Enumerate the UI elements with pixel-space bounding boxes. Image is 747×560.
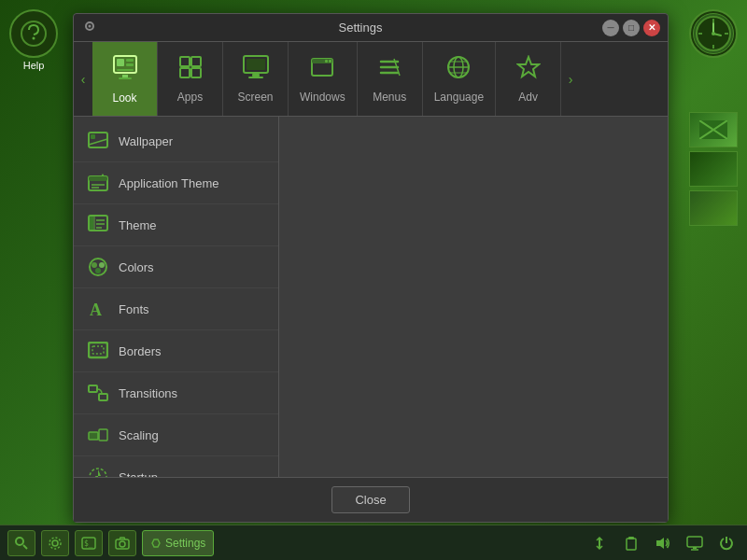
svg-line-70 (23, 545, 27, 549)
svg-line-46 (89, 139, 107, 145)
colors-label: Colors (119, 260, 154, 274)
help-icon[interactable]: Help (9, 9, 58, 71)
borders-label: Borders (119, 344, 162, 358)
minimize-button[interactable]: ─ (602, 20, 619, 36)
language-tab-label: Language (434, 91, 484, 104)
tab-scroll-right-button[interactable]: › (561, 42, 580, 116)
svg-point-58 (92, 262, 97, 268)
wallpaper-label: Wallpaper (119, 134, 173, 148)
svg-rect-78 (627, 539, 636, 550)
svg-rect-17 (126, 59, 134, 62)
scaling-label: Scaling (119, 428, 159, 442)
wallpaper-thumbs (689, 112, 738, 226)
scaling-icon (87, 424, 109, 446)
sidebar-item-colors[interactable]: Colors (74, 246, 278, 288)
sidebar-item-fonts[interactable]: A Fonts (74, 288, 278, 330)
svg-rect-16 (117, 59, 124, 66)
svg-rect-22 (180, 57, 190, 66)
svg-rect-53 (90, 217, 93, 230)
main-content-area (279, 117, 668, 477)
svg-rect-48 (89, 176, 107, 181)
svg-rect-21 (119, 77, 132, 79)
clock-widget (689, 9, 738, 58)
taskbar-terminal-button[interactable]: $_ (75, 530, 103, 556)
app-theme-icon (87, 172, 109, 194)
taskbar-settings-button[interactable]: Settings (142, 530, 214, 556)
taskbar-arrows-icon (586, 530, 613, 556)
windows-tab-label: Windows (300, 91, 345, 104)
settings-window: Settings ─ □ ✕ ‹ (73, 13, 669, 523)
svg-point-69 (16, 538, 23, 545)
svg-rect-81 (687, 537, 702, 547)
wallpaper-thumb-2[interactable] (689, 151, 738, 187)
sidebar-item-app-theme[interactable]: Application Theme (74, 162, 278, 204)
tab-screen[interactable]: Screen (223, 42, 289, 116)
sidebar-item-scaling[interactable]: Scaling (74, 414, 278, 456)
svg-rect-79 (628, 537, 634, 539)
svg-point-60 (95, 268, 101, 273)
svg-rect-62 (89, 343, 107, 357)
svg-point-76 (120, 541, 125, 547)
adv-tab-icon (516, 55, 541, 85)
svg-point-14 (89, 24, 92, 27)
svg-point-59 (99, 262, 105, 268)
tab-scroll-left-button[interactable]: ‹ (74, 42, 92, 116)
menus-tab-icon (377, 55, 402, 85)
svg-rect-18 (126, 63, 134, 66)
sidebar: Wallpaper Application Theme (74, 117, 279, 477)
tab-apps[interactable]: Apps (158, 42, 223, 116)
close-button[interactable]: Close (331, 486, 409, 513)
help-label: Help (23, 60, 45, 71)
svg-rect-63 (92, 346, 104, 354)
transitions-label: Transitions (119, 386, 177, 400)
svg-rect-27 (247, 59, 265, 70)
windows-tab-icon (310, 55, 334, 85)
tab-look[interactable]: Look (92, 42, 158, 116)
svg-rect-23 (191, 57, 201, 66)
window-title: Settings (119, 21, 602, 35)
svg-rect-33 (329, 60, 331, 63)
svg-rect-65 (99, 394, 107, 400)
close-window-button[interactable]: ✕ (643, 20, 660, 36)
startup-label: Startup (119, 470, 158, 478)
sidebar-item-startup[interactable]: Startup (74, 456, 278, 477)
wallpaper-icon (87, 130, 109, 152)
fonts-label: Fonts (119, 302, 149, 316)
sidebar-item-transitions[interactable]: Transitions (74, 372, 278, 414)
wallpaper-thumb-3[interactable] (689, 190, 738, 226)
svg-text:A: A (90, 301, 102, 319)
taskbar-right (586, 530, 740, 556)
taskbar-gear-button[interactable] (41, 530, 69, 556)
taskbar-search-button[interactable] (7, 530, 35, 556)
svg-rect-20 (122, 75, 128, 77)
tab-menus[interactable]: Menus (358, 42, 423, 116)
window-controls: ─ □ ✕ (602, 20, 660, 36)
sidebar-item-wallpaper[interactable]: Wallpaper (74, 120, 278, 162)
maximize-button[interactable]: □ (623, 20, 640, 36)
svg-point-9 (712, 32, 715, 35)
taskbar-settings-label: Settings (165, 537, 205, 550)
taskbar-clipboard-icon (618, 530, 644, 556)
theme-label: Theme (119, 218, 156, 232)
svg-rect-67 (99, 429, 107, 441)
svg-text:$_: $_ (84, 539, 93, 548)
tab-windows[interactable]: Windows (289, 42, 358, 116)
taskbar-power-icon[interactable] (713, 530, 740, 556)
sidebar-item-borders[interactable]: Borders (74, 330, 278, 372)
startup-icon (87, 466, 109, 477)
svg-rect-64 (89, 385, 97, 392)
taskbar: $_ Settings (0, 525, 747, 560)
svg-rect-25 (191, 68, 201, 77)
tab-adv[interactable]: Adv (496, 42, 561, 116)
taskbar-camera-button[interactable] (108, 530, 136, 556)
theme-icon (87, 214, 109, 236)
wallpaper-thumb-1[interactable] (689, 112, 738, 147)
apps-tab-label: Apps (177, 91, 203, 104)
svg-rect-29 (248, 77, 263, 78)
svg-rect-45 (91, 134, 95, 139)
sidebar-item-theme[interactable]: Theme (74, 204, 278, 246)
tab-language[interactable]: Language (423, 42, 496, 116)
svg-point-72 (49, 538, 61, 549)
tab-bar: ‹ Look (74, 42, 668, 117)
look-tab-icon (112, 54, 138, 86)
